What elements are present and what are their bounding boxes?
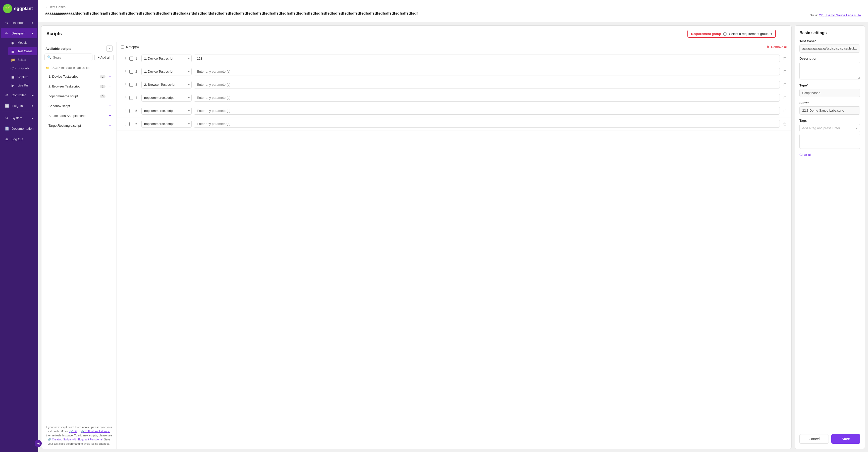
sidebar-item-test-cases[interactable]: ☰ Test Cases [8,47,37,55]
list-item[interactable]: TargetRectangle.script + [41,121,117,131]
step-checkbox[interactable] [129,96,133,100]
collapse-scripts-button[interactable]: ‹ [106,46,113,52]
req-group-select[interactable]: Select a requirement group [729,32,769,36]
sidebar-item-label: System [11,116,22,120]
script-name: TargetRectangle.script [49,124,107,128]
dai-storage-link[interactable]: 🔗 DAI internal storage [81,430,110,433]
sidebar-item-controller[interactable]: ⊕ Controller ▶ [1,90,37,100]
add-script-button[interactable]: + [107,74,113,79]
drag-handle-icon[interactable]: ⋮⋮ [120,57,127,61]
description-textarea[interactable] [800,62,860,80]
delete-step-button[interactable]: 🗑 [782,108,788,114]
sidebar-item-live-run[interactable]: ▶ Live Run [8,81,37,89]
step-checkbox[interactable] [129,83,133,87]
type-field: Type* Script based [800,83,860,97]
table-row: ⋮⋮ 3 1. Device Test.script 2. Browser Te… [117,78,792,91]
available-scripts-panel: Available scripts ‹ 🔍 + Add all 📁 [41,42,117,449]
list-item[interactable]: 2. Browser Test.script 1 + [41,81,117,91]
scripts-header: Scripts Requirement group ◯ Select a req… [41,26,792,42]
drag-handle-icon[interactable]: ⋮⋮ [120,83,127,87]
script-select[interactable]: 1. Device Test.script 2. Browser Test.sc… [142,67,192,76]
step-checkbox[interactable] [129,109,133,113]
script-name: nopcommerce.script [49,94,100,98]
delete-step-button[interactable]: 🗑 [782,55,788,62]
live-run-icon: ▶ [10,83,15,87]
search-box[interactable]: 🔍 [44,54,92,61]
git-link[interactable]: 🔗 Git [69,430,77,433]
list-item[interactable]: nopcommerce.script 3 + [41,91,117,101]
steps-count-label: 6 step(s) [126,45,139,49]
save-button[interactable]: Save [831,434,860,444]
req-group-label: Requirement group [691,32,721,36]
sidebar-item-system[interactable]: ⚙ System ▶ [1,113,37,123]
delete-step-button[interactable]: 🗑 [782,94,788,101]
remove-all-button[interactable]: 🗑 Remove all [766,45,787,49]
scripts-panel: Scripts Requirement group ◯ Select a req… [41,25,792,449]
sidebar-item-models[interactable]: ◉ Models [8,39,37,47]
tags-area[interactable] [800,134,860,149]
available-scripts-header: Available scripts ‹ [41,42,117,54]
breadcrumb[interactable]: ← Test Cases [45,5,861,9]
script-select-wrapper: 1. Device Test.script 2. Browser Test.sc… [142,81,192,88]
list-item[interactable]: Sauce Labs Sample.script + [41,111,117,121]
tags-field: Tags Add a tag and press Enter ▾ [800,119,860,149]
sidebar-item-capture[interactable]: ▣ Capture [8,73,37,81]
params-input[interactable] [194,55,780,62]
script-select-wrapper: 1. Device Test.script 2. Browser Test.sc… [142,55,192,62]
page-title: aaaaaaaaaaaaaafdsdfsdfsdfsdfsadfsdfsdfsd… [45,11,418,16]
test-case-field: Test Case* aaaaaaaaaaaaaafdsdfsdfsdfsdfs… [800,39,860,53]
drag-handle-icon[interactable]: ⋮⋮ [120,109,127,113]
script-select[interactable]: 1. Device Test.script 2. Browser Test.sc… [142,120,192,128]
test-case-value[interactable]: aaaaaaaaaaaaaafdsdfsdfsdfsdfsadfsdfs... [800,45,860,53]
sidebar-item-dashboard[interactable]: ⊙ Dashboard ▶ [1,18,37,28]
add-all-button[interactable]: + Add all [94,54,114,61]
steps-count: 6 step(s) [121,45,139,49]
tags-input[interactable]: Add a tag and press Enter ▾ [800,124,860,132]
sidebar-item-suites[interactable]: 📁 Suites [8,56,37,64]
scripts-list: 📁 22.3 Demo Sauce Labs.suite 1. Device T… [41,63,117,422]
description-field: Description [800,57,860,80]
params-input[interactable] [194,81,780,88]
add-script-button[interactable]: + [107,123,113,128]
requirement-group-button[interactable]: Requirement group ◯ Select a requirement… [687,30,776,38]
delete-step-button[interactable]: 🗑 [782,81,788,88]
sidebar-item-documentation[interactable]: 📄 Documentation [1,123,37,134]
suite-link[interactable]: 22.3 Demo Sauce Labs.suite [819,13,861,17]
step-checkbox[interactable] [129,57,133,61]
cancel-button[interactable]: Cancel [800,434,829,444]
add-script-button[interactable]: + [107,93,113,99]
list-item[interactable]: Sandbox.script + [41,101,117,111]
add-script-button[interactable]: + [107,84,113,89]
script-select[interactable]: 1. Device Test.script 2. Browser Test.sc… [142,107,192,115]
sidebar-item-designer[interactable]: ✏ Designer ▼ [1,28,37,38]
sidebar-item-log-out[interactable]: ⏏ Log Out [1,134,37,144]
capture-icon: ▣ [10,75,15,79]
params-input[interactable] [194,107,780,115]
step-checkbox[interactable] [129,69,133,74]
script-select[interactable]: 1. Device Test.script 2. Browser Test.sc… [142,94,192,102]
add-script-button[interactable]: + [107,113,113,118]
added-steps-list: ⋮⋮ 1 1. Device Test.script 2. Browser Te… [117,52,792,449]
sidebar-item-snippets[interactable]: </> Snippets [8,64,37,73]
back-to-test-cases[interactable]: ← Test Cases [45,5,66,9]
sidebar-item-insights[interactable]: 📊 Insights ▶ [1,101,37,111]
step-checkbox[interactable] [129,122,133,126]
delete-step-button[interactable]: 🗑 [782,121,788,127]
select-all-steps-checkbox[interactable] [121,45,124,49]
main-content: ← Test Cases aaaaaaaaaaaaaafdsdfsdfsdfsd… [38,0,868,452]
drag-handle-icon[interactable]: ⋮⋮ [120,69,127,74]
list-item[interactable]: 1. Device Test.script 2 + [41,72,117,81]
more-options-button[interactable]: ⋯ [778,30,786,37]
creating-scripts-link[interactable]: 🔗 Creating Scripts with Eggplant Functio… [48,438,102,441]
script-select[interactable]: 1. Device Test.script 2. Browser Test.sc… [142,81,192,88]
drag-handle-icon[interactable]: ⋮⋮ [120,96,127,100]
search-input[interactable] [53,56,90,59]
delete-step-button[interactable]: 🗑 [782,68,788,75]
clear-all-link[interactable]: Clear all [800,153,860,157]
script-select[interactable]: 1. Device Test.script 2. Browser Test.sc… [142,55,192,62]
add-script-button[interactable]: + [107,103,113,109]
params-input[interactable] [194,94,780,102]
params-input[interactable] [194,67,780,76]
drag-handle-icon[interactable]: ⋮⋮ [120,122,127,126]
params-input[interactable] [194,120,780,128]
